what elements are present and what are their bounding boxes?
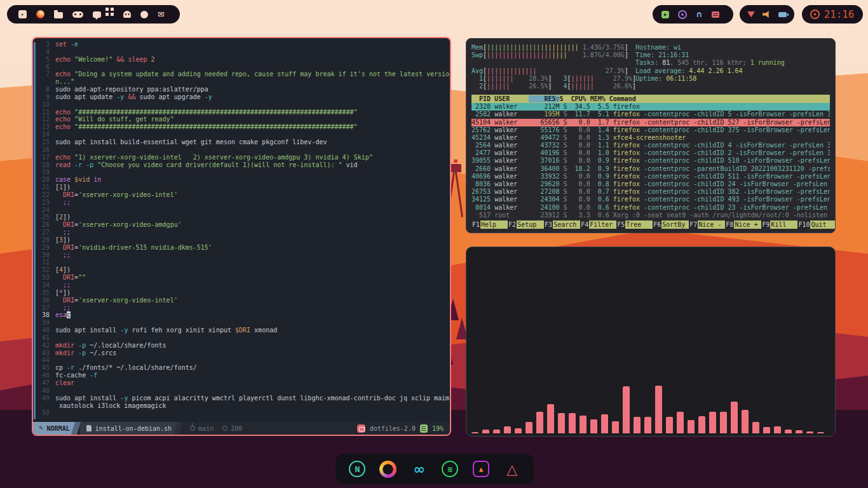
infinity-icon[interactable]: ∞ xyxy=(409,458,430,480)
code-line: 25[2]) xyxy=(37,214,450,221)
visualizer-bar xyxy=(504,426,511,433)
fkey-sortby[interactable]: F6 xyxy=(653,220,661,229)
topbar-launcher-pill: ▸✉ xyxy=(7,5,180,24)
code-line: 44 xyxy=(37,356,450,364)
code-line: 24 xyxy=(37,207,450,214)
process-row[interactable]: 34125 walker 24304 S 0.0 0.6 firefox -co… xyxy=(471,196,830,203)
code-line: 27 ;; xyxy=(37,229,450,236)
topbar-tray1-pill: ▶∩ xyxy=(653,5,733,24)
code-line: 26 DRI='xserver-xorg-video-amdgpu' xyxy=(37,221,450,229)
mail-icon[interactable]: ✉ xyxy=(158,10,165,19)
process-row[interactable]: 8036 walker 29620 S 0.0 0.8 firefox -con… xyxy=(471,180,830,188)
chat-icon[interactable] xyxy=(93,11,101,18)
code-line: 28[3]) xyxy=(37,236,450,244)
code-line: 22 DRI='xserver-xorg-video-intel' xyxy=(37,191,450,199)
code-line: 30 ;; xyxy=(37,252,450,259)
process-row[interactable]: 517 root 23912 S 3.3 0.6 Xorg :0 -seat s… xyxy=(471,212,830,219)
code-line: 4 xyxy=(37,48,450,56)
visualizer-bar xyxy=(806,431,813,433)
visualizer-bar xyxy=(634,417,641,433)
visualizer-bar xyxy=(709,412,716,433)
fkey-tree[interactable]: F5 xyxy=(616,220,625,229)
htop-process-list: 2328 walker 212M S 34.5 5.5 firefox 2582… xyxy=(471,103,835,219)
terminal-icon[interactable]: ▸ xyxy=(18,10,27,18)
wifi-icon[interactable] xyxy=(747,11,755,18)
process-row[interactable]: 26753 walker 27208 S 0.0 0.7 firefox -co… xyxy=(471,188,830,196)
image-viewer-icon[interactable]: ▲ xyxy=(470,458,492,480)
htop-window[interactable]: Mem[|||||||||||||||||||||||| 1.43G/3.75G… xyxy=(466,38,836,233)
code-line: 50 xyxy=(37,409,450,417)
headphones-icon[interactable]: ∩ xyxy=(696,10,703,19)
code-line: 41 xyxy=(37,334,450,342)
process-row[interactable]: 2564 walker 43732 S 0.0 1.1 firefox -con… xyxy=(471,142,830,149)
clock-time: 21:16 xyxy=(824,9,855,20)
code-line: 21[1]) xyxy=(37,184,450,191)
vim-icon: ✎ xyxy=(39,425,44,431)
spotify-icon[interactable]: ≋ xyxy=(439,458,461,480)
battery-list-icon xyxy=(420,424,428,433)
code-line: 46fc-cache -f xyxy=(37,372,450,379)
neovim-icon[interactable]: N xyxy=(346,458,368,480)
code-line: 20case $vid in xyxy=(37,176,450,184)
visualizer-bar xyxy=(612,421,619,433)
indicator-icon[interactable] xyxy=(678,10,687,19)
htop-column-header[interactable]: PID USER RES▽S CPU% MEM% Command xyxy=(471,95,830,103)
mail-tray-icon[interactable] xyxy=(712,11,719,18)
folder-icon[interactable] xyxy=(54,12,63,18)
code-line: 3set -e xyxy=(37,41,450,48)
process-row[interactable]: 40696 walker 33932 S 0.0 0.9 firefox -co… xyxy=(471,173,830,180)
ghost-icon[interactable] xyxy=(123,11,131,18)
code-line: n..." xyxy=(37,78,450,86)
fkey-quit[interactable]: F10 xyxy=(797,220,810,229)
process-row[interactable]: 2328 walker 212M S 34.5 5.5 firefox xyxy=(471,103,830,111)
code-line: 37 ;; xyxy=(37,304,450,312)
process-row[interactable]: 8014 walker 24100 S 0.0 0.6 firefox -con… xyxy=(471,204,830,212)
fkey-nice[interactable]: F7 xyxy=(689,220,698,229)
fkey-nice[interactable]: F8 xyxy=(725,220,734,229)
process-row[interactable]: 45234 walker 49472 S 0.0 1.3 xfce4-scree… xyxy=(471,134,830,142)
fkey-setup[interactable]: F2 xyxy=(508,220,517,229)
process-row[interactable]: 45104 walker 65656 S 0.0 1.7 firefox -co… xyxy=(471,119,830,126)
process-row[interactable]: 2582 walker 195M S 11.7 5.1 firefox -con… xyxy=(471,111,830,118)
fkey-help[interactable]: F1 xyxy=(471,220,480,229)
visualizer-bar xyxy=(482,430,489,433)
filename-segment: install-on-debian.sh xyxy=(80,422,178,435)
window-grid-icon[interactable] xyxy=(105,8,109,11)
code-line: 16 xyxy=(37,146,450,154)
code-line: 48 xyxy=(37,387,450,395)
process-row[interactable]: 25762 walker 55176 S 0.0 1.4 firefox -co… xyxy=(471,126,830,134)
battery-icon[interactable] xyxy=(778,12,787,17)
topbar-clock-pill: 21:16 xyxy=(802,5,863,24)
screencast-icon[interactable]: ▶ xyxy=(661,11,669,18)
code-line: 33 DRI="" xyxy=(37,274,450,281)
process-row[interactable]: 2660 walker 36400 S 18.2 0.9 firefox -co… xyxy=(471,165,830,173)
process-row[interactable]: 39055 walker 37016 S 0.0 0.9 firefox -co… xyxy=(471,157,830,165)
audio-visualizer-window[interactable] xyxy=(466,247,836,437)
visualizer-bar xyxy=(698,416,705,433)
firefox-icon[interactable] xyxy=(36,10,44,18)
htop-header: Mem[|||||||||||||||||||||||| 1.43G/3.75G… xyxy=(471,44,835,90)
target-icon xyxy=(222,426,227,431)
gamepad-icon[interactable] xyxy=(72,11,83,18)
fkey-search[interactable]: F3 xyxy=(544,220,553,229)
repo-label: dotfiles-2.0 xyxy=(370,425,416,432)
editor-window[interactable]: 3set -e45echo "Welcome!" && sleep 267ech… xyxy=(32,37,451,436)
code-line: 7echo "Doing a system update and adding … xyxy=(37,71,450,78)
visualizer-bar xyxy=(666,417,673,433)
circle-icon[interactable] xyxy=(140,11,148,18)
fkey-filter[interactable]: F4 xyxy=(580,220,589,229)
visualizer-bar xyxy=(644,417,651,433)
fkey-kill[interactable]: F9 xyxy=(761,220,770,229)
code-line: 45cp -r ./fonts/* ~/.local/share/fonts/ xyxy=(37,364,450,372)
prism-icon[interactable]: △ xyxy=(501,458,523,480)
code-line: 31 xyxy=(37,259,450,266)
visualizer-bar xyxy=(720,412,727,433)
code-line: 13echo "################################… xyxy=(37,123,450,131)
editor-code: 3set -e45echo "Welcome!" && sleep 267ech… xyxy=(33,38,450,422)
code-line: 5echo "Welcome!" && sleep 2 xyxy=(37,56,450,64)
firefox-dock-icon[interactable] xyxy=(377,458,399,480)
visualizer-bar xyxy=(774,426,781,433)
visualizer-bars xyxy=(471,381,830,433)
volume-icon[interactable] xyxy=(763,11,771,18)
process-row[interactable]: 2477 walker 40196 S 0.0 1.0 firefox -con… xyxy=(471,149,830,157)
